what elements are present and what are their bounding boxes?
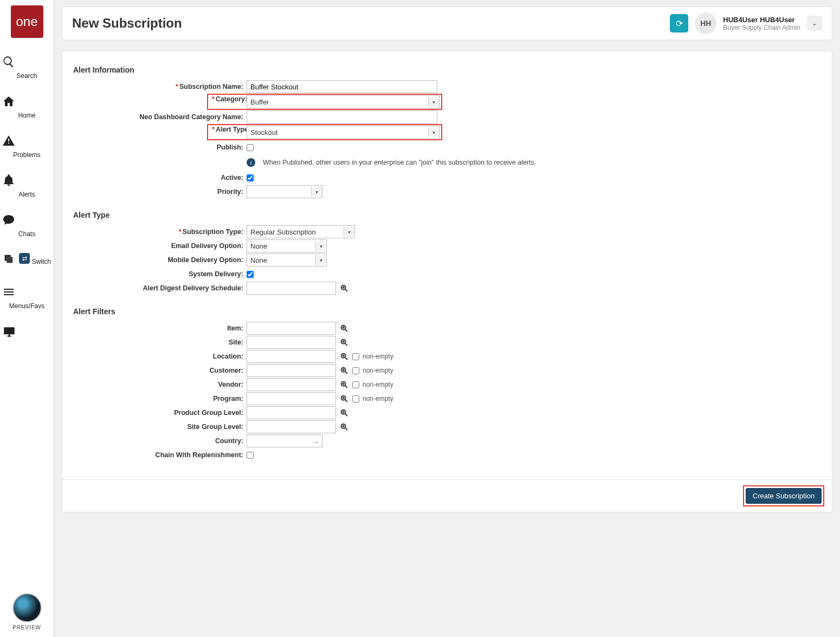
svg-line-5 <box>345 329 347 332</box>
nav-monitor[interactable] <box>0 317 54 350</box>
nav-chats[interactable]: Chats <box>0 206 54 245</box>
site-input[interactable] <box>247 336 336 349</box>
label-subscription-type: Subscription Type: <box>183 228 243 236</box>
chat-icon <box>2 213 51 226</box>
program-nonempty-checkbox[interactable] <box>352 395 359 402</box>
neo-dashboard-input[interactable] <box>247 110 437 123</box>
nav-label: Chats <box>18 230 35 238</box>
nav-menus[interactable]: Menus/Favs <box>0 278 54 317</box>
subscription-type-dropdown[interactable]: Regular Subscription ▾ <box>247 225 355 238</box>
nav-label: Switch <box>32 258 51 265</box>
search-zoom-icon[interactable] <box>339 323 349 333</box>
nav-home[interactable]: Home <box>0 87 54 127</box>
publish-hint: When Published, other users in your ente… <box>263 159 536 166</box>
location-nonempty-checkbox[interactable] <box>352 353 359 360</box>
active-checkbox[interactable] <box>247 174 254 181</box>
search-zoom-icon[interactable] <box>339 408 349 418</box>
category-dropdown[interactable]: Buffer ▾ <box>247 95 440 108</box>
search-zoom-icon[interactable] <box>339 422 349 432</box>
chevron-down-icon: ▾ <box>344 227 354 237</box>
highlight-category: *Category: Buffer ▾ <box>207 94 442 110</box>
label-nonempty: non-empty <box>363 381 393 388</box>
warning-icon <box>2 134 51 147</box>
highlight-create-button: Create Subscription <box>743 485 824 506</box>
label-system-delivery: System Delivery: <box>189 270 243 278</box>
customer-input[interactable] <box>247 364 336 377</box>
preview-avatar[interactable] <box>12 593 42 622</box>
category-value: Buffer <box>250 98 269 106</box>
label-email-delivery: Email Delivery Option: <box>171 242 243 250</box>
search-zoom-icon[interactable] <box>339 380 349 389</box>
nav-search[interactable]: Search <box>0 48 54 87</box>
search-zoom-icon[interactable] <box>339 283 349 293</box>
home-icon <box>2 95 51 108</box>
digest-schedule-input[interactable] <box>247 282 336 295</box>
subscription-type-value: Regular Subscription <box>250 228 316 236</box>
alert-type-value: Stockout <box>250 128 278 136</box>
user-info: HUB4User HUB4User Buyer Supply Chain Adm… <box>723 16 800 31</box>
system-delivery-checkbox[interactable] <box>247 271 254 278</box>
info-icon: i <box>247 158 255 167</box>
chevron-down-icon: ▾ <box>315 255 326 265</box>
svg-line-21 <box>345 386 347 388</box>
create-subscription-button[interactable]: Create Subscription <box>746 488 822 504</box>
preview-label: PREVIEW <box>12 625 41 630</box>
label-site-group-level: Site Group Level: <box>188 423 244 431</box>
bell-icon <box>2 174 51 187</box>
section-alert-filters: Alert Filters <box>73 307 821 316</box>
label-neo-dashboard: Neo Dashboard Category Name: <box>139 113 243 121</box>
search-icon <box>2 55 51 68</box>
mobile-delivery-dropdown[interactable]: None ▾ <box>247 253 327 266</box>
search-zoom-icon[interactable] <box>339 337 349 347</box>
nav-alerts[interactable]: Alerts <box>0 166 54 206</box>
chain-replenishment-checkbox[interactable] <box>247 452 254 459</box>
vendor-input[interactable] <box>247 378 336 391</box>
svg-line-1 <box>345 289 347 291</box>
search-zoom-icon[interactable] <box>339 366 349 375</box>
nav-problems[interactable]: Problems <box>0 127 54 166</box>
item-input[interactable] <box>247 322 336 335</box>
highlight-alert-type: *Alert Type: Stockout ▾ <box>207 124 442 140</box>
label-alert-type: Alert Type: <box>216 126 250 133</box>
menu-icon <box>2 285 51 298</box>
location-input[interactable] <box>247 350 336 363</box>
section-alert-type: Alert Type <box>73 211 821 219</box>
email-delivery-dropdown[interactable]: None ▾ <box>247 239 327 252</box>
search-zoom-icon[interactable] <box>339 352 349 361</box>
svg-line-17 <box>345 372 347 374</box>
svg-line-9 <box>345 343 347 346</box>
country-dropdown[interactable]: ⌄ <box>247 434 322 447</box>
label-chain-replenishment: Chain With Replenishment: <box>156 451 243 459</box>
label-nonempty: non-empty <box>363 353 393 360</box>
product-group-level-input[interactable] <box>247 406 336 419</box>
alert-type-dropdown[interactable]: Stockout ▾ <box>247 126 440 139</box>
search-zoom-icon[interactable] <box>339 394 349 404</box>
label-nonempty: non-empty <box>363 367 393 374</box>
chevron-down-icon: ▾ <box>428 127 439 137</box>
logo[interactable]: one <box>11 5 43 38</box>
mobile-delivery-value: None <box>250 256 267 264</box>
vendor-nonempty-checkbox[interactable] <box>352 381 359 388</box>
nav-switch[interactable]: ⇄ Switch <box>0 245 54 278</box>
label-item: Item: <box>227 324 243 332</box>
svg-line-29 <box>345 414 347 416</box>
priority-dropdown[interactable]: ▾ <box>247 185 322 198</box>
label-vendor: Vendor: <box>218 381 243 388</box>
user-menu-toggle[interactable]: ⌄ <box>807 16 822 31</box>
site-group-level-input[interactable] <box>247 420 336 433</box>
program-input[interactable] <box>247 392 336 405</box>
nav-label: Search <box>16 72 37 80</box>
switch-icon: ⇄ <box>3 253 30 267</box>
subscription-name-input[interactable] <box>247 80 437 93</box>
label-active: Active: <box>221 174 243 181</box>
user-name: HUB4User HUB4User <box>723 16 800 24</box>
publish-checkbox[interactable] <box>247 144 254 151</box>
refresh-button[interactable]: ⟳ <box>670 14 688 32</box>
label-country: Country: <box>215 437 243 445</box>
customer-nonempty-checkbox[interactable] <box>352 367 359 374</box>
chevron-down-icon: ▾ <box>315 241 326 251</box>
sidebar: one Search Home Problems Alerts <box>0 0 54 637</box>
user-avatar[interactable]: HH <box>695 12 716 34</box>
label-site: Site: <box>229 339 243 346</box>
label-category: Category: <box>216 95 247 103</box>
